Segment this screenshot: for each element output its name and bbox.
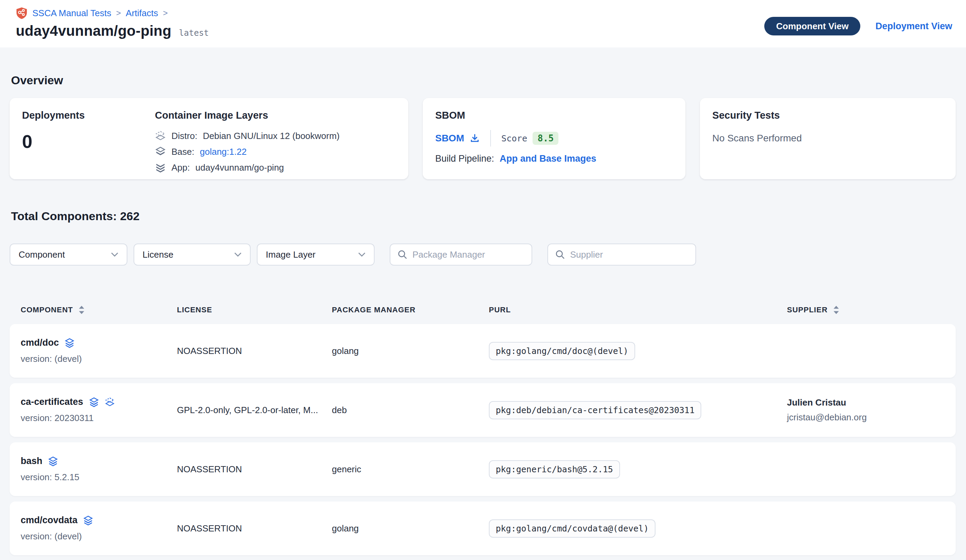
package-manager-cell: golang: [332, 346, 489, 356]
sbom-score-row: SBOM Score 8.5: [435, 130, 673, 147]
purl-cell: pkg:generic/bash@5.2.15: [489, 460, 787, 478]
sbom-download-link[interactable]: SBOM: [435, 133, 480, 144]
app-layers-icon: [83, 515, 93, 526]
purl-chip: pkg:golang/cmd/doc@(devel): [489, 342, 635, 360]
total-components-heading: Total Components: 262: [11, 210, 956, 223]
supplier-searchbox: [547, 244, 696, 265]
image-layers-section: Container Image Layers Distro: Debian GN…: [155, 110, 340, 167]
header-license: LICENSE: [177, 305, 332, 314]
license-filter-dropdown[interactable]: License: [133, 244, 251, 265]
distro-label: Distro:: [171, 131, 197, 141]
package-manager-cell: deb: [332, 405, 489, 416]
distro-layers-icon: [155, 130, 166, 141]
image-layers-label: Container Image Layers: [155, 110, 340, 121]
purl-cell: pkg:deb/debian/ca-certificates@20230311: [489, 401, 787, 419]
table-row[interactable]: bash version: 5.2.15 NOASSERTION generic…: [10, 442, 956, 496]
header-purl: PURL: [489, 305, 787, 314]
deployment-view-button[interactable]: Deployment View: [876, 21, 952, 32]
app-value: uday4vunnam/go-ping: [196, 162, 284, 173]
vertical-divider: [490, 130, 491, 147]
component-version: version: 5.2.15: [21, 472, 177, 483]
table-row[interactable]: cmd/doc version: (devel) NOASSERTION gol…: [10, 324, 956, 378]
sort-icon[interactable]: [79, 305, 85, 314]
components-table-header: COMPONENT LICENSE PACKAGE MANAGER PURL S…: [10, 305, 956, 314]
image-layer-filter-label: Image Layer: [266, 249, 316, 260]
build-pipeline-row: Build Pipeline: App and Base Images: [435, 154, 673, 164]
license-cell: NOASSERTION: [177, 523, 332, 534]
top-bar-left: SSCA Manual Tests > Artifacts > uday4vun…: [16, 6, 209, 39]
app-layers-icon: [48, 456, 58, 467]
header-component[interactable]: COMPONENT: [21, 305, 177, 314]
sbom-score-badge: 8.5: [532, 132, 559, 145]
purl-cell: pkg:golang/cmd/doc@(devel): [489, 342, 787, 360]
base-layer-row: Base: golang:1.22: [155, 144, 340, 160]
supplier-cell: [787, 349, 945, 353]
chevron-down-icon: [111, 252, 118, 257]
distro-layer-row: Distro: Debian GNU/Linux 12 (bookworm): [155, 128, 340, 144]
sbom-score-label: Score: [501, 133, 527, 143]
package-manager-cell: golang: [332, 523, 489, 534]
component-cell: ca-certificates: [21, 396, 177, 423]
app-label: App:: [171, 162, 190, 173]
image-layer-filter-dropdown[interactable]: Image Layer: [257, 244, 375, 265]
app-layers-icon: [155, 162, 166, 173]
component-name: ca-certificates: [21, 396, 83, 407]
header-purl-label: PURL: [489, 305, 511, 314]
header-license-label: LICENSE: [177, 305, 212, 314]
base-image-link[interactable]: golang:1.22: [200, 147, 247, 157]
security-tests-status: No Scans Performed: [712, 133, 943, 144]
supplier-search-input[interactable]: [570, 249, 688, 260]
overview-heading: Overview: [11, 74, 956, 87]
purl-chip: pkg:golang/cmd/covdata@(devel): [489, 519, 656, 538]
image-layers-list: Distro: Debian GNU/Linux 12 (bookworm) B…: [155, 128, 340, 175]
breadcrumb-project-link[interactable]: SSCA Manual Tests: [32, 8, 111, 18]
header-supplier[interactable]: SUPPLIER: [787, 305, 945, 314]
breadcrumb-artifacts-link[interactable]: Artifacts: [126, 8, 158, 18]
chevron-down-icon: [358, 252, 366, 257]
deployments-layers-card: Deployments 0 Container Image Layers Dis…: [10, 98, 408, 179]
download-icon: [470, 133, 480, 143]
purl-cell: pkg:golang/cmd/covdata@(devel): [489, 519, 787, 538]
title-row: uday4vunnam/go-ping latest: [16, 23, 209, 39]
package-manager-cell: generic: [332, 464, 489, 475]
deployments-count: 0: [22, 131, 155, 152]
table-row[interactable]: ca-certificates: [10, 383, 956, 437]
package-manager-searchbox: [390, 244, 532, 265]
top-bar: SSCA Manual Tests > Artifacts > uday4vun…: [0, 0, 966, 47]
component-filter-dropdown[interactable]: Component: [10, 244, 127, 265]
security-tests-card: Security Tests No Scans Performed: [700, 98, 956, 179]
ssca-shield-icon: [16, 7, 28, 19]
components-table-body: cmd/doc version: (devel) NOASSERTION gol…: [10, 324, 956, 560]
supplier-cell: [787, 526, 945, 531]
component-cell: cmd/covdata version: (devel): [21, 515, 177, 542]
chevron-down-icon: [234, 252, 242, 257]
sbom-download-label: SBOM: [435, 133, 464, 144]
table-row[interactable]: cmd/covdata version: (devel) NOASSERTION…: [10, 501, 956, 555]
sort-icon[interactable]: [833, 305, 840, 314]
search-icon: [555, 249, 565, 260]
breadcrumb-separator: >: [116, 8, 121, 18]
component-cell: bash version: 5.2.15: [21, 456, 177, 483]
build-pipeline-label: Build Pipeline:: [435, 154, 494, 164]
license-cell: NOASSERTION: [177, 346, 332, 356]
license-cell: GPL-2.0-only, GPL-2.0-or-later, M...: [177, 405, 332, 416]
component-version: version: (devel): [21, 531, 177, 542]
header-component-label: COMPONENT: [21, 305, 73, 314]
deployments-section: Deployments 0: [22, 110, 155, 167]
sbom-card-label: SBOM: [435, 110, 673, 121]
breadcrumb: SSCA Manual Tests > Artifacts >: [16, 6, 209, 20]
base-layers-icon: [155, 146, 166, 157]
purl-chip: pkg:generic/bash@5.2.15: [489, 460, 620, 478]
main-content: Overview Deployments 0 Container Image L…: [0, 74, 966, 560]
base-label: Base:: [171, 147, 194, 157]
package-manager-search-input[interactable]: [412, 249, 528, 260]
license-cell: NOASSERTION: [177, 464, 332, 475]
component-version: version: 20230311: [21, 413, 177, 423]
distro-layers-icon: [105, 397, 115, 407]
artifact-tag-badge: latest: [179, 28, 209, 38]
component-view-button[interactable]: Component View: [764, 17, 860, 35]
filters-row: Component License Image Layer: [10, 244, 956, 265]
build-pipeline-link[interactable]: App and Base Images: [499, 154, 596, 164]
sbom-card: SBOM SBOM Score 8.5 Build Pipeline: App …: [423, 98, 685, 179]
header-package-manager: PACKAGE MANAGER: [332, 305, 489, 314]
